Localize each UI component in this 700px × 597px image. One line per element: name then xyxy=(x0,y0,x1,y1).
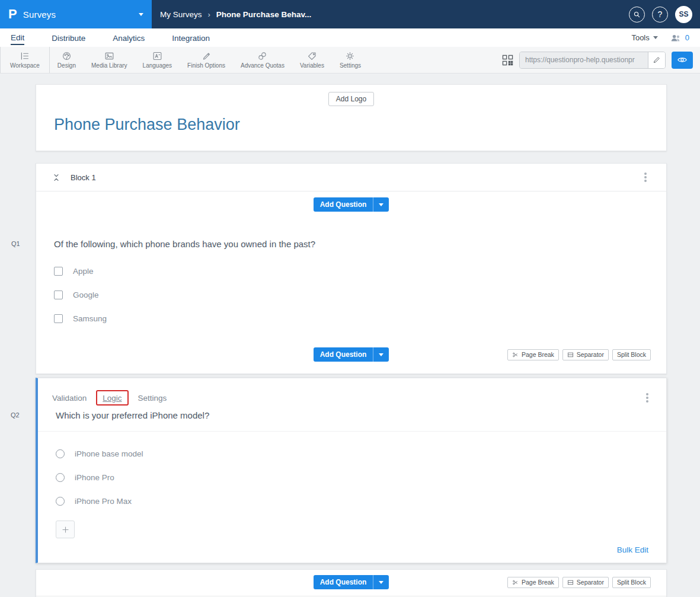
breadcrumb-current-survey[interactable]: Phone Purchase Behav... xyxy=(216,10,311,19)
tab-edit[interactable]: Edit xyxy=(11,30,24,45)
media-library-icon xyxy=(104,51,114,61)
survey-canvas: Add Logo Phone Purchase Behavior Block 1… xyxy=(0,74,700,597)
toolbar-item-advance-quotas[interactable]: Advance Quotas xyxy=(233,47,292,73)
separator-button[interactable]: Separator xyxy=(562,577,609,588)
preview-button[interactable] xyxy=(672,52,693,69)
kebab-menu-icon xyxy=(646,397,648,399)
block-name[interactable]: Block 1 xyxy=(71,173,96,182)
search-button[interactable] xyxy=(629,7,645,23)
question-2-card: Validation Logic Settings Q2 Which is yo… xyxy=(36,378,667,563)
split-block-button[interactable]: Split Block xyxy=(612,577,651,588)
kebab-menu-icon xyxy=(644,176,647,178)
page-break-button[interactable]: Page Break xyxy=(507,349,559,360)
avatar[interactable]: SS xyxy=(675,6,692,23)
add-option-button[interactable] xyxy=(56,521,75,538)
qr-code-button[interactable] xyxy=(502,55,513,66)
checkbox-icon[interactable] xyxy=(54,267,63,276)
tab-integration[interactable]: Integration xyxy=(172,31,210,44)
separator-icon xyxy=(567,579,574,586)
avatar-initials: SS xyxy=(679,10,688,18)
edit-url-button[interactable] xyxy=(648,52,665,68)
question-menu-button[interactable] xyxy=(643,392,652,404)
survey-header-card: Add Logo Phone Purchase Behavior xyxy=(36,84,667,151)
option-row[interactable]: Apple xyxy=(54,267,648,276)
question-text[interactable]: Of the following, which phone brands hav… xyxy=(54,239,648,249)
variables-icon xyxy=(307,51,317,61)
add-question-button[interactable]: Add Question xyxy=(314,575,389,589)
survey-title[interactable]: Phone Purchase Behavior xyxy=(36,116,666,134)
question-1: Q1 Of the following, which phone brands … xyxy=(36,239,666,323)
option-row[interactable]: iPhone Pro Max xyxy=(56,497,648,506)
question-text[interactable]: Which is your preferred iPhone model? xyxy=(56,410,648,420)
search-icon xyxy=(632,10,641,19)
add-question-dropdown[interactable] xyxy=(373,197,389,212)
add-question-button[interactable]: Add Question xyxy=(314,197,389,212)
add-logo-button[interactable]: Add Logo xyxy=(328,92,374,106)
main-nav: Edit Distribute Analytics Integration To… xyxy=(0,28,700,47)
finish-options-icon xyxy=(202,51,212,61)
scissors-icon xyxy=(512,579,519,586)
tools-menu[interactable]: Tools xyxy=(631,33,657,42)
collapse-block-button[interactable] xyxy=(52,173,60,182)
scissors-icon xyxy=(512,352,519,358)
product-name: Surveys xyxy=(23,9,56,20)
tab-analytics[interactable]: Analytics xyxy=(113,31,145,44)
add-question-dropdown[interactable] xyxy=(373,575,389,589)
add-question-dropdown[interactable] xyxy=(373,347,389,362)
tools-label: Tools xyxy=(631,33,649,42)
checkbox-icon[interactable] xyxy=(54,314,63,323)
survey-url-input[interactable] xyxy=(520,52,648,68)
toolbar-item-variables[interactable]: Variables xyxy=(292,47,332,73)
tab-distribute[interactable]: Distribute xyxy=(52,31,85,44)
bulk-edit-link[interactable]: Bulk Edit xyxy=(617,545,648,554)
workspace-icon xyxy=(20,51,30,61)
toolbar-item-settings[interactable]: Settings xyxy=(332,47,369,73)
validation-link[interactable]: Validation xyxy=(52,394,87,403)
toolbar-item-languages[interactable]: Languages xyxy=(135,47,180,73)
chevron-down-icon xyxy=(653,36,658,39)
question-mark-icon: ? xyxy=(658,9,663,19)
collaborators-indicator[interactable]: 0 xyxy=(670,33,689,43)
breadcrumb-my-surveys[interactable]: My Surveys xyxy=(160,10,202,19)
builder-toolbar: Workspace Design Media Library Languages xyxy=(0,47,700,74)
toolbar-item-media-library[interactable]: Media Library xyxy=(84,47,135,73)
separator-icon xyxy=(567,352,574,358)
option-row[interactable]: Samsung xyxy=(54,314,648,323)
separator-button[interactable]: Separator xyxy=(562,349,609,360)
settings-link[interactable]: Settings xyxy=(138,394,167,403)
split-block-button[interactable]: Split Block xyxy=(612,349,651,360)
radio-icon[interactable] xyxy=(56,497,65,506)
block-card: Block 1 Add Question Q1 Of the following… xyxy=(36,163,667,374)
radio-icon[interactable] xyxy=(56,473,65,482)
chevron-down-icon xyxy=(379,353,383,356)
chevron-down-icon xyxy=(139,13,143,16)
languages-icon xyxy=(152,51,162,61)
toolbar-item-workspace[interactable]: Workspace xyxy=(0,47,50,73)
design-icon xyxy=(62,51,72,61)
option-row[interactable]: iPhone Pro xyxy=(56,473,648,482)
collapse-icon xyxy=(52,173,60,182)
help-button[interactable]: ? xyxy=(652,7,668,23)
qr-code-icon xyxy=(502,55,513,66)
chevron-down-icon xyxy=(379,581,383,584)
checkbox-icon[interactable] xyxy=(54,290,63,299)
product-switcher[interactable]: P Surveys xyxy=(0,0,152,28)
radio-icon[interactable] xyxy=(56,449,65,458)
next-block-card: Add Question Page Break Sep xyxy=(36,569,667,597)
logic-link[interactable]: Logic xyxy=(103,394,122,403)
question-code: Q1 xyxy=(11,240,20,247)
add-question-button[interactable]: Add Question xyxy=(314,347,389,362)
toolbar-item-design[interactable]: Design xyxy=(50,47,84,73)
page-break-button[interactable]: Page Break xyxy=(507,577,559,588)
collaborators-count: 0 xyxy=(685,33,689,42)
block-header: Block 1 xyxy=(36,164,666,191)
breadcrumb: My Surveys › Phone Purchase Behav... xyxy=(160,10,311,19)
option-row[interactable]: Google xyxy=(54,290,648,299)
pencil-icon xyxy=(653,56,661,64)
plus-icon xyxy=(61,525,70,534)
settings-icon xyxy=(345,51,355,61)
toolbar-item-finish-options[interactable]: Finish Options xyxy=(180,47,233,73)
block-menu-button[interactable] xyxy=(641,171,650,183)
questionpro-logo-icon: P xyxy=(8,7,17,22)
option-row[interactable]: iPhone base model xyxy=(56,449,648,458)
